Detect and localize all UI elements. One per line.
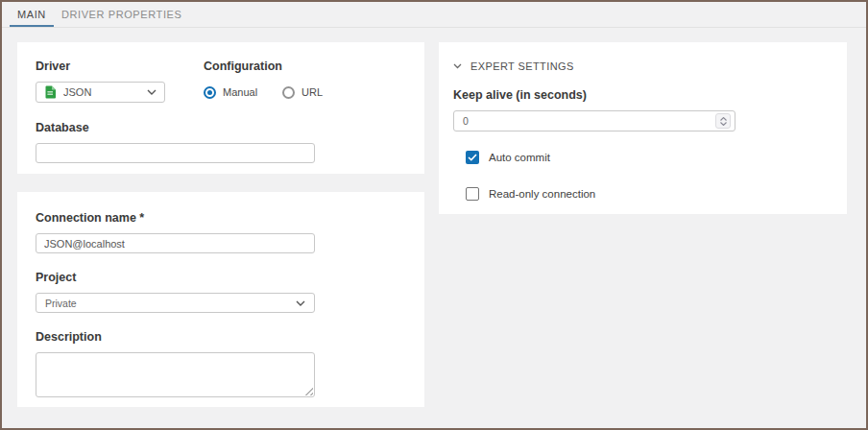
keep-alive-label: Keep alive (in seconds) (453, 88, 832, 102)
project-label: Project (36, 271, 424, 284)
expert-settings-card: EXPERT SETTINGS Keep alive (in seconds) … (439, 42, 847, 214)
chevron-down-icon (296, 300, 305, 306)
read-only-label: Read-only connection (489, 188, 595, 200)
connection-settings-page: MAIN DRIVER PROPERTIES Driver (0, 0, 868, 430)
configuration-label: Configuration (204, 60, 323, 73)
radio-manual-label: Manual (223, 86, 257, 98)
chevron-down-icon (147, 89, 157, 95)
project-select-value: Private (45, 298, 77, 309)
radio-option-manual[interactable]: Manual (204, 86, 257, 99)
expert-settings-toggle[interactable]: EXPERT SETTINGS (453, 57, 832, 72)
radio-url-unselected-icon[interactable] (282, 86, 295, 99)
tab-main-label: MAIN (17, 9, 46, 20)
radio-url-label: URL (301, 86, 323, 98)
radio-option-url[interactable]: URL (282, 86, 323, 99)
driver-card: Driver JSON (17, 42, 424, 174)
connection-name-label: Connection name * (36, 211, 424, 225)
number-stepper[interactable] (715, 113, 731, 129)
read-only-checkbox-unchecked[interactable] (466, 187, 479, 201)
driver-label: Driver (36, 60, 184, 73)
connection-name-input[interactable] (36, 233, 315, 253)
tab-driver-properties[interactable]: DRIVER PROPERTIES (54, 2, 190, 27)
stepper-down-icon (720, 122, 727, 126)
driver-select[interactable]: JSON (36, 82, 165, 103)
read-only-option[interactable]: Read-only connection (466, 187, 832, 201)
database-input[interactable] (36, 143, 315, 163)
configuration-column: Configuration Manual URL (204, 60, 323, 103)
auto-commit-checkbox-checked[interactable] (466, 151, 479, 164)
keep-alive-field (453, 110, 735, 131)
connection-card: Connection name * Project Private Descri… (17, 192, 424, 407)
keep-alive-input[interactable] (455, 112, 715, 130)
auto-commit-option[interactable]: Auto commit (466, 151, 832, 164)
driver-select-value: JSON (63, 86, 91, 98)
radio-manual-selected-icon[interactable] (204, 86, 216, 99)
auto-commit-label: Auto commit (489, 152, 550, 163)
json-file-icon (44, 85, 57, 99)
description-textarea[interactable] (36, 352, 315, 397)
driver-column: Driver JSON (36, 60, 184, 103)
expert-settings-header-label: EXPERT SETTINGS (470, 60, 574, 72)
tab-driver-properties-label: DRIVER PROPERTIES (61, 9, 182, 20)
chevron-down-icon (453, 63, 462, 69)
project-select[interactable]: Private (36, 293, 315, 313)
tab-bar: MAIN DRIVER PROPERTIES (2, 2, 866, 28)
stepper-up-icon (720, 117, 727, 121)
tab-main[interactable]: MAIN (10, 2, 54, 27)
description-label: Description (36, 330, 424, 344)
database-label: Database (36, 121, 424, 134)
